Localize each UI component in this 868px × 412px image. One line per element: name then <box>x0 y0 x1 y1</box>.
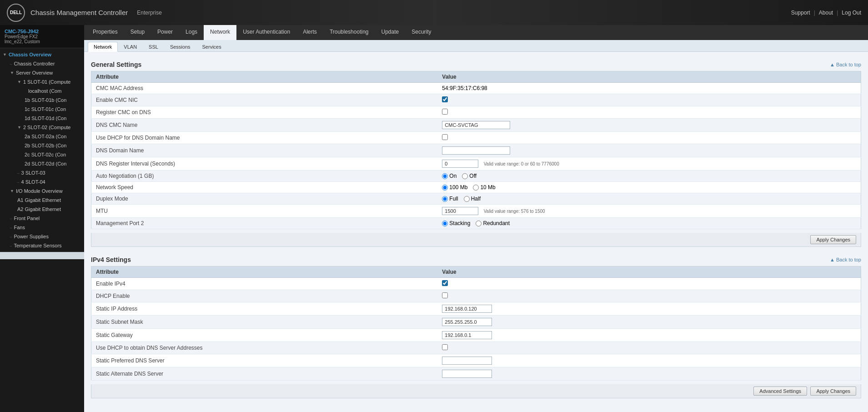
ipv4-settings-table: Attribute Value Enable IPv4 DHCP Enable <box>91 266 861 381</box>
main-content: Properties Setup Power Logs Network User… <box>84 25 868 412</box>
tree-item-slot01c[interactable]: 1c SLOT-01c (Con <box>0 105 84 114</box>
tab-properties[interactable]: Properties <box>86 25 124 40</box>
tab-network[interactable]: Network <box>204 25 236 40</box>
dns-domain-name-input[interactable] <box>442 146 510 155</box>
item-label: 1b SLOT-01b (Con <box>25 97 66 103</box>
logout-link[interactable]: Log Out <box>842 10 861 16</box>
tab-logs[interactable]: Logs <box>179 25 204 40</box>
preferred-dns-input[interactable] <box>442 357 492 365</box>
static-subnet-input[interactable] <box>442 318 492 326</box>
tree-item-slot04[interactable]: – 4 SLOT-04 <box>0 177 84 186</box>
speed-10mb-label[interactable]: 10 Mb <box>473 184 495 191</box>
use-dhcp-dns-domain-checkbox[interactable] <box>442 134 448 140</box>
dhcp-enable-checkbox[interactable] <box>442 292 448 298</box>
alternate-dns-input[interactable] <box>442 370 492 378</box>
item-label: I/O Module Overview <box>16 188 63 194</box>
auto-neg-on-label[interactable]: On <box>442 173 457 179</box>
tree-item-localhost[interactable]: localhost (Com <box>0 86 84 95</box>
auto-neg-off-radio[interactable] <box>462 173 468 179</box>
general-apply-button[interactable]: Apply Changes <box>810 235 856 244</box>
port-redundant-label[interactable]: Redundant <box>476 220 510 226</box>
duplex-half-radio[interactable] <box>464 196 470 202</box>
val-dns-register-interval: Valid value range: 0 or 60 to 7776000 <box>437 157 861 171</box>
sidebar-device: CMC-756-J942 PowerEdge FX2 lmc_e22, Cust… <box>0 25 84 48</box>
static-gateway-input[interactable] <box>442 331 492 339</box>
tree-item-chassis-overview[interactable]: ▼ Chassis Overview <box>0 50 84 59</box>
auto-neg-on-radio[interactable] <box>442 173 448 179</box>
attr-dns-register-interval: DNS Register Interval (Seconds) <box>91 157 438 171</box>
tree-item-slot02b[interactable]: 2b SLOT-02b (Con <box>0 141 84 150</box>
enable-cmc-nic-checkbox[interactable] <box>442 96 448 102</box>
tab-setup[interactable]: Setup <box>124 25 151 40</box>
col-attribute-ipv4: Attribute <box>91 266 438 278</box>
tree-item-slot02a[interactable]: 2a SLOT-02a (Con <box>0 132 84 141</box>
auto-neg-off-label[interactable]: Off <box>462 173 477 179</box>
val-alternate-dns <box>437 367 861 381</box>
tab-user-auth[interactable]: User Authentication <box>236 25 296 40</box>
tab-security[interactable]: Security <box>405 25 437 40</box>
tree-item-slot01b[interactable]: 1b SLOT-01b (Con <box>0 95 84 105</box>
port-stacking-radio[interactable] <box>442 221 448 226</box>
advanced-settings-button[interactable]: Advanced Settings <box>753 387 807 396</box>
mtu-input[interactable] <box>442 207 478 215</box>
duplex-full-label[interactable]: Full <box>442 196 458 202</box>
row-static-subnet: Static Subnet Mask <box>91 316 861 329</box>
dns-cmc-name-input[interactable] <box>442 121 510 129</box>
tree-item-slot01d[interactable]: 1d SLOT-01d (Con <box>0 114 84 123</box>
tree-item-a2-gigabit[interactable]: A2 Gigabit Ethernet <box>0 205 84 214</box>
register-cmc-dns-checkbox[interactable] <box>442 109 448 115</box>
tree-item-server-overview[interactable]: ▼ Server Overview <box>0 68 84 77</box>
subtab-sessions[interactable]: Sessions <box>164 42 196 51</box>
item-label: Chassis Overview <box>9 52 51 57</box>
tree-item-fans[interactable]: – Fans <box>0 223 84 232</box>
tree-item-slot03[interactable]: – 3 SLOT-03 <box>0 168 84 177</box>
static-ip-input[interactable] <box>442 305 492 313</box>
val-mtu: Valid value range: 576 to 1500 <box>437 205 861 218</box>
about-link[interactable]: About <box>819 10 833 16</box>
row-dns-register-interval: DNS Register Interval (Seconds) Valid va… <box>91 157 861 171</box>
duplex-full-radio[interactable] <box>442 196 448 202</box>
tree-item-front-panel[interactable]: – Front Panel <box>0 214 84 223</box>
edition-label: Enterprise <box>137 10 162 16</box>
dns-register-interval-input[interactable] <box>442 160 478 168</box>
speed-100mb-radio[interactable] <box>442 185 448 191</box>
attr-register-cmc-dns: Register CMC on DNS <box>91 106 438 119</box>
tab-alerts[interactable]: Alerts <box>296 25 323 40</box>
ipv4-back-to-top[interactable]: ▲ Back to top <box>830 257 861 262</box>
val-register-cmc-dns <box>437 106 861 119</box>
subtab-vlan[interactable]: VLAN <box>118 42 143 51</box>
tree-item-a1-gigabit[interactable]: A1 Gigabit Ethernet <box>0 196 84 205</box>
device-model: PowerEdge FX2 <box>5 34 80 39</box>
row-enable-ipv4: Enable IPv4 <box>91 278 861 290</box>
enable-ipv4-checkbox[interactable] <box>442 280 448 286</box>
val-use-dhcp-dns-domain <box>437 132 861 144</box>
speed-100mb-label[interactable]: 100 Mb <box>442 184 467 191</box>
general-back-to-top[interactable]: ▲ Back to top <box>830 62 861 67</box>
subtab-services[interactable]: Services <box>196 42 227 51</box>
item-label: Temperature Sensors <box>14 243 61 248</box>
use-dhcp-dns-checkbox[interactable] <box>442 344 448 350</box>
port-stacking-label[interactable]: Stacking <box>442 220 470 226</box>
auto-negotiation-group: On Off <box>442 173 856 179</box>
tree-item-io-module[interactable]: ▼ I/O Module Overview <box>0 186 84 196</box>
subtab-network[interactable]: Network <box>88 42 118 52</box>
tree-item-power-supplies[interactable]: – Power Supplies <box>0 232 84 241</box>
attr-static-subnet: Static Subnet Mask <box>91 316 438 329</box>
sidebar-scrollbar[interactable] <box>0 252 84 259</box>
tree-item-slot02[interactable]: ▼ 2 SLOT-02 (Compute <box>0 123 84 132</box>
tree-item-slot02d[interactable]: 2d SLOT-02d (Con <box>0 159 84 168</box>
support-link[interactable]: Support <box>791 10 810 16</box>
port-redundant-radio[interactable] <box>476 221 482 226</box>
tab-power[interactable]: Power <box>151 25 179 40</box>
ipv4-apply-button[interactable]: Apply Changes <box>810 387 856 396</box>
tree-item-chassis-controller[interactable]: – Chassis Controller <box>0 59 84 68</box>
tree-item-temp-sensors[interactable]: – Temperature Sensors <box>0 241 84 250</box>
duplex-half-label[interactable]: Half <box>464 196 481 202</box>
tab-troubleshooting[interactable]: Troubleshooting <box>323 25 375 40</box>
subtab-ssl[interactable]: SSL <box>143 42 164 51</box>
attr-alternate-dns: Static Alternate DNS Server <box>91 367 438 381</box>
tab-update[interactable]: Update <box>375 25 406 40</box>
tree-item-slot02c[interactable]: 2c SLOT-02c (Con <box>0 150 84 159</box>
tree-item-slot01[interactable]: ▼ 1 SLOT-01 (Compute <box>0 77 84 86</box>
speed-10mb-radio[interactable] <box>473 185 479 191</box>
